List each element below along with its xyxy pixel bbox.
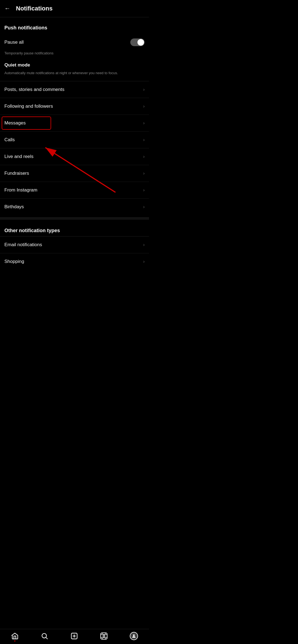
chevron-right-icon: › [143, 171, 145, 176]
quiet-mode-description: Automatically mute notifications at nigh… [0, 70, 149, 81]
nav-item-label: Messages [4, 120, 26, 126]
nav-item-label: Email notifications [4, 242, 42, 248]
nav-item-label: Calls [4, 137, 15, 143]
chevron-right-icon: › [143, 188, 145, 193]
quiet-mode-label: Quiet mode [0, 60, 149, 70]
nav-item-posts-stories-comments[interactable]: Posts, stories and comments › [0, 81, 149, 98]
header: ← Notifications [0, 0, 149, 17]
section-divider [0, 217, 149, 220]
nav-item-calls[interactable]: Calls › [0, 131, 149, 148]
pause-all-toggle[interactable] [130, 38, 145, 46]
chevron-right-icon: › [143, 259, 145, 264]
nav-item-label: Live and reels [4, 154, 34, 159]
chevron-right-icon: › [143, 121, 145, 126]
nav-item-label: Fundraisers [4, 171, 29, 176]
chevron-right-icon: › [143, 242, 145, 247]
nav-item-label: Shopping [4, 259, 24, 264]
nav-item-from-instagram[interactable]: From Instagram › [0, 182, 149, 198]
nav-item-live-reels[interactable]: Live and reels › [0, 148, 149, 165]
nav-item-label: Following and followers [4, 104, 53, 109]
push-notifications-section-label: Push notifications [0, 17, 149, 34]
chevron-right-icon: › [143, 154, 145, 159]
back-button[interactable]: ← [4, 5, 10, 12]
nav-item-label: Birthdays [4, 204, 24, 210]
pause-all-subtitle: Temporarily pause notifications [0, 51, 149, 60]
chevron-right-icon: › [143, 137, 145, 142]
nav-item-label: Posts, stories and comments [4, 87, 64, 92]
nav-item-shopping[interactable]: Shopping › [0, 253, 149, 270]
chevron-right-icon: › [143, 204, 145, 209]
nav-item-email-notifications[interactable]: Email notifications › [0, 236, 149, 253]
nav-item-messages[interactable]: Messages › [0, 115, 149, 131]
other-nav-items-list: Email notifications › Shopping › [0, 236, 149, 270]
other-notification-types-label: Other notification types [0, 222, 149, 236]
chevron-right-icon: › [143, 87, 145, 92]
nav-item-birthdays[interactable]: Birthdays › [0, 198, 149, 215]
page-title: Notifications [16, 5, 53, 12]
nav-item-fundraisers[interactable]: Fundraisers › [0, 165, 149, 182]
nav-item-following-followers[interactable]: Following and followers › [0, 98, 149, 115]
nav-item-label: From Instagram [4, 187, 37, 193]
pause-all-row: Pause all [0, 34, 149, 51]
nav-items-list: Posts, stories and comments › Following … [0, 81, 149, 215]
chevron-right-icon: › [143, 104, 145, 109]
pause-all-label: Pause all [4, 40, 24, 45]
